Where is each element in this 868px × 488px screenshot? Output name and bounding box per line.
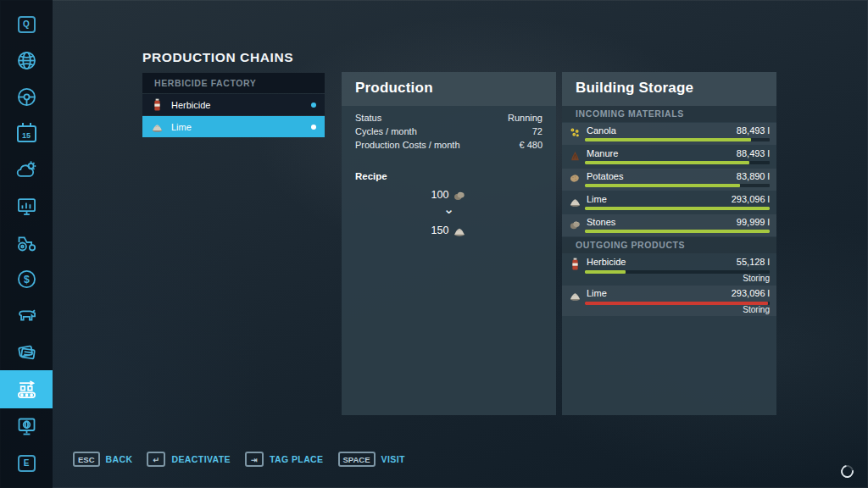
- fill-bar: [585, 270, 770, 274]
- lime-icon: [569, 289, 581, 302]
- recipe-output: 150: [342, 222, 556, 239]
- cards-icon: [15, 341, 38, 363]
- factory-header: HERBICIDE FACTORY: [142, 73, 325, 93]
- stones-icon: [453, 188, 466, 202]
- production-panel: Production StatusRunning Cycles / month7…: [342, 72, 556, 415]
- factory-item-lime[interactable]: Lime: [142, 116, 325, 137]
- lime-icon: [569, 195, 581, 208]
- fill-bar: [585, 302, 770, 305]
- active-dot: [311, 103, 316, 108]
- recipe-label: Recipe: [355, 171, 542, 181]
- sidebar-item-production-chains[interactable]: [0, 370, 53, 408]
- sidebar-item-q-key[interactable]: Q: [0, 6, 53, 42]
- production-panel-header: Production: [342, 72, 556, 106]
- tab-key-icon: ⇥: [245, 452, 264, 467]
- sidebar-item-driving[interactable]: [0, 79, 53, 115]
- stat-row-cycles: Cycles / month72: [342, 125, 556, 138]
- manure-icon: [569, 149, 581, 162]
- sidebar-item-map[interactable]: [0, 408, 53, 445]
- stat-row-status: StatusRunning: [342, 111, 556, 125]
- tractor-icon: [15, 231, 38, 254]
- factory-item-herbicide[interactable]: Herbicide: [142, 94, 325, 115]
- storage-row-manure: Manure 88,493 l: [562, 146, 776, 168]
- conveyor-belt-icon: [15, 378, 38, 401]
- factory-item-label: Herbicide: [171, 100, 210, 110]
- fill-bar: [585, 230, 770, 233]
- factory-list: HERBICIDE FACTORY Herbicide Lime: [142, 73, 325, 137]
- sidebar-item-vehicles[interactable]: [0, 225, 53, 261]
- herbicide-icon: [569, 258, 581, 270]
- stones-icon: [569, 218, 581, 230]
- fill-bar: [585, 184, 770, 187]
- factory-item-label: Lime: [171, 122, 192, 132]
- enter-key-icon: ↵: [147, 452, 165, 467]
- visit-button[interactable]: SPACE VISIT: [338, 452, 405, 467]
- stat-row-costs: Production Costs / month€ 480: [342, 138, 556, 152]
- sidebar-item-finances[interactable]: $: [0, 261, 53, 297]
- potatoes-icon: [569, 172, 581, 185]
- q-key-icon: Q: [18, 16, 36, 33]
- production-stats: StatusRunning Cycles / month72 Productio…: [342, 111, 556, 152]
- storage-row-canola: Canola 88,493 l: [562, 123, 776, 145]
- active-dot: [311, 125, 316, 130]
- production-title: Production: [355, 80, 542, 97]
- incoming-materials-header: INCOMING MATERIALS: [562, 106, 776, 122]
- lime-icon: [151, 120, 164, 133]
- sidebar-item-statistics[interactable]: [0, 188, 53, 225]
- back-button[interactable]: ESC BACK: [73, 452, 132, 467]
- sidebar-item-multiplayer[interactable]: [0, 42, 53, 79]
- storage-row-potatoes: Potatoes 83,890 l: [562, 169, 776, 191]
- lime-icon: [453, 224, 466, 237]
- calendar-icon: 15: [17, 125, 36, 142]
- weather-icon: [15, 158, 38, 181]
- monitor-globe-icon: [15, 415, 38, 438]
- sidebar-item-calendar[interactable]: 15: [0, 115, 53, 152]
- herbicide-icon: [151, 98, 164, 111]
- production-chains-screen: Q 15: [0, 0, 868, 488]
- esc-key-icon: ESC: [73, 452, 100, 467]
- chevron-down-icon: ⌄: [342, 205, 556, 217]
- storing-status: Storing: [743, 305, 770, 314]
- storage-row-stones: Stones 99,999 l: [562, 214, 776, 236]
- storage-panel-header: Building Storage: [562, 72, 776, 106]
- deactivate-button[interactable]: ↵ DEACTIVATE: [147, 452, 231, 467]
- globe-icon: [15, 49, 38, 72]
- e-key-icon: E: [18, 455, 36, 472]
- storing-status: Storing: [743, 274, 770, 283]
- svg-text:$: $: [24, 274, 30, 286]
- loading-spinner-icon: [838, 463, 856, 480]
- fill-bar: [585, 207, 770, 210]
- page-title: PRODUCTION CHAINS: [142, 50, 293, 65]
- fill-bar: [585, 161, 770, 164]
- footer-hotkeys: ESC BACK ↵ DEACTIVATE ⇥ TAG PLACE SPACE …: [73, 452, 405, 467]
- fill-bar: [585, 138, 770, 141]
- dollar-circle-icon: $: [15, 268, 38, 291]
- sidebar-item-contracts[interactable]: [0, 334, 53, 370]
- storage-title: Building Storage: [576, 80, 763, 97]
- sidebar-item-e-key[interactable]: E: [0, 445, 53, 481]
- storage-row-lime: Lime 293,096 l: [562, 191, 776, 214]
- building-storage-panel: Building Storage INCOMING MATERIALS Cano…: [562, 72, 776, 415]
- recipe-input: 100: [342, 186, 556, 203]
- sidebar-item-animals[interactable]: [0, 297, 53, 334]
- outgoing-products-header: OUTGOING PRODUCTS: [562, 237, 776, 253]
- space-key-icon: SPACE: [338, 452, 376, 467]
- storage-row-lime-out: Lime 293,096 l Storing: [562, 286, 776, 316]
- sidebar: Q 15: [0, 0, 53, 488]
- storage-row-herbicide-out: Herbicide 55,128 l Storing: [562, 254, 776, 285]
- tag-place-button[interactable]: ⇥ TAG PLACE: [245, 452, 324, 467]
- cow-icon: [15, 304, 38, 327]
- canola-icon: [569, 126, 581, 139]
- sidebar-item-weather[interactable]: [0, 152, 53, 188]
- statistics-icon: [15, 195, 38, 218]
- steering-wheel-icon: [15, 86, 38, 108]
